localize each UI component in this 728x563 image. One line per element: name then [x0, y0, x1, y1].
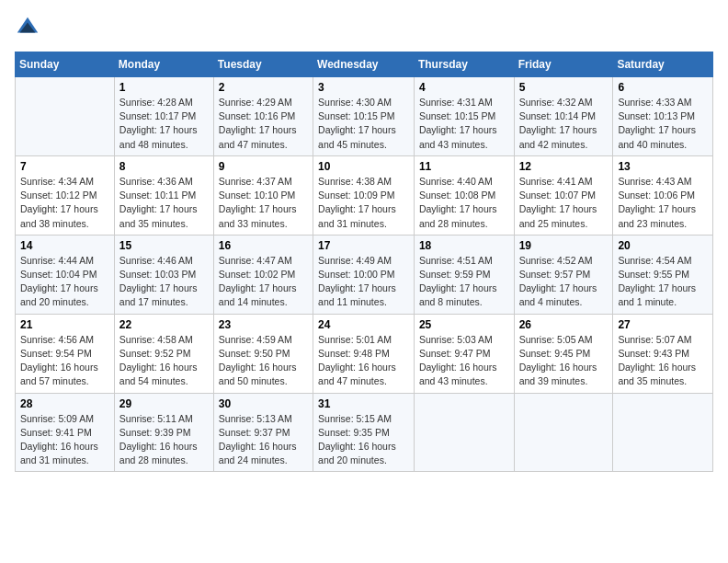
calendar-week-row: 14Sunrise: 4:44 AM Sunset: 10:04 PM Dayl… [16, 235, 713, 314]
weekday-header: Tuesday [213, 52, 313, 77]
calendar-cell: 25Sunrise: 5:03 AM Sunset: 9:47 PM Dayli… [414, 314, 514, 393]
weekday-header: Wednesday [313, 52, 415, 77]
day-number: 16 [219, 239, 308, 252]
day-info: Sunrise: 4:32 AM Sunset: 10:14 PM Daylig… [519, 96, 609, 152]
calendar-cell: 17Sunrise: 4:49 AM Sunset: 10:00 PM Dayl… [313, 235, 415, 314]
calendar-cell: 5Sunrise: 4:32 AM Sunset: 10:14 PM Dayli… [514, 77, 613, 156]
day-number: 7 [20, 160, 109, 173]
day-number: 28 [20, 397, 109, 410]
logo [15, 15, 44, 40]
calendar-cell: 10Sunrise: 4:38 AM Sunset: 10:09 PM Dayl… [313, 155, 415, 235]
calendar-cell: 4Sunrise: 4:31 AM Sunset: 10:15 PM Dayli… [414, 77, 514, 156]
day-info: Sunrise: 4:34 AM Sunset: 10:12 PM Daylig… [20, 175, 109, 231]
day-number: 21 [20, 318, 109, 331]
day-number: 31 [318, 397, 409, 410]
day-info: Sunrise: 4:54 AM Sunset: 9:55 PM Dayligh… [618, 254, 708, 310]
calendar-cell: 8Sunrise: 4:36 AM Sunset: 10:11 PM Dayli… [114, 155, 213, 235]
weekday-header-row: SundayMondayTuesdayWednesdayThursdayFrid… [16, 52, 713, 77]
calendar-cell: 16Sunrise: 4:47 AM Sunset: 10:02 PM Dayl… [213, 235, 313, 314]
day-info: Sunrise: 4:46 AM Sunset: 10:03 PM Daylig… [119, 254, 209, 310]
day-number: 9 [219, 160, 308, 173]
day-number: 27 [618, 318, 708, 331]
calendar-week-row: 28Sunrise: 5:09 AM Sunset: 9:41 PM Dayli… [16, 393, 713, 472]
day-number: 8 [119, 160, 209, 173]
day-info: Sunrise: 5:13 AM Sunset: 9:37 PM Dayligh… [219, 412, 308, 468]
day-number: 15 [119, 239, 209, 252]
calendar-cell: 13Sunrise: 4:43 AM Sunset: 10:06 PM Dayl… [613, 155, 713, 235]
day-info: Sunrise: 4:47 AM Sunset: 10:02 PM Daylig… [219, 254, 308, 310]
calendar-cell: 28Sunrise: 5:09 AM Sunset: 9:41 PM Dayli… [16, 393, 115, 472]
day-number: 26 [519, 318, 609, 331]
calendar-cell: 26Sunrise: 5:05 AM Sunset: 9:45 PM Dayli… [514, 314, 613, 393]
day-info: Sunrise: 4:58 AM Sunset: 9:52 PM Dayligh… [119, 333, 209, 389]
calendar-cell [414, 393, 514, 472]
calendar-cell: 19Sunrise: 4:52 AM Sunset: 9:57 PM Dayli… [514, 235, 613, 314]
day-info: Sunrise: 5:07 AM Sunset: 9:43 PM Dayligh… [618, 333, 708, 389]
day-number: 1 [119, 81, 209, 94]
page-header [15, 15, 713, 40]
day-number: 3 [318, 81, 409, 94]
day-number: 23 [219, 318, 308, 331]
day-info: Sunrise: 4:38 AM Sunset: 10:09 PM Daylig… [318, 175, 409, 231]
day-info: Sunrise: 5:11 AM Sunset: 9:39 PM Dayligh… [119, 412, 209, 468]
day-number: 25 [419, 318, 509, 331]
weekday-header: Thursday [414, 52, 514, 77]
day-info: Sunrise: 4:33 AM Sunset: 10:13 PM Daylig… [618, 96, 708, 152]
calendar-cell: 18Sunrise: 4:51 AM Sunset: 9:59 PM Dayli… [414, 235, 514, 314]
weekday-header: Friday [514, 52, 613, 77]
calendar-table: SundayMondayTuesdayWednesdayThursdayFrid… [15, 52, 713, 472]
weekday-header: Saturday [613, 52, 713, 77]
day-number: 18 [419, 239, 509, 252]
calendar-cell: 14Sunrise: 4:44 AM Sunset: 10:04 PM Dayl… [16, 235, 115, 314]
weekday-header: Sunday [16, 52, 115, 77]
day-info: Sunrise: 4:56 AM Sunset: 9:54 PM Dayligh… [20, 333, 109, 389]
day-number: 19 [519, 239, 609, 252]
day-number: 22 [119, 318, 209, 331]
day-number: 10 [318, 160, 409, 173]
day-number: 6 [618, 81, 708, 94]
day-number: 2 [219, 81, 308, 94]
calendar-cell: 1Sunrise: 4:28 AM Sunset: 10:17 PM Dayli… [114, 77, 213, 156]
day-info: Sunrise: 4:31 AM Sunset: 10:15 PM Daylig… [419, 96, 509, 152]
calendar-cell: 20Sunrise: 4:54 AM Sunset: 9:55 PM Dayli… [613, 235, 713, 314]
day-info: Sunrise: 4:28 AM Sunset: 10:17 PM Daylig… [119, 96, 209, 152]
day-number: 29 [119, 397, 209, 410]
calendar-cell [514, 393, 613, 472]
day-number: 12 [519, 160, 609, 173]
day-number: 11 [419, 160, 509, 173]
day-number: 13 [618, 160, 708, 173]
calendar-cell: 15Sunrise: 4:46 AM Sunset: 10:03 PM Dayl… [114, 235, 213, 314]
day-info: Sunrise: 4:40 AM Sunset: 10:08 PM Daylig… [419, 175, 509, 231]
calendar-cell: 11Sunrise: 4:40 AM Sunset: 10:08 PM Dayl… [414, 155, 514, 235]
calendar-cell: 27Sunrise: 5:07 AM Sunset: 9:43 PM Dayli… [613, 314, 713, 393]
calendar-cell: 3Sunrise: 4:30 AM Sunset: 10:15 PM Dayli… [313, 77, 415, 156]
day-info: Sunrise: 4:59 AM Sunset: 9:50 PM Dayligh… [219, 333, 308, 389]
day-info: Sunrise: 5:01 AM Sunset: 9:48 PM Dayligh… [318, 333, 409, 389]
logo-icon [15, 15, 40, 40]
day-info: Sunrise: 4:29 AM Sunset: 10:16 PM Daylig… [219, 96, 308, 152]
calendar-week-row: 1Sunrise: 4:28 AM Sunset: 10:17 PM Dayli… [16, 77, 713, 156]
calendar-week-row: 7Sunrise: 4:34 AM Sunset: 10:12 PM Dayli… [16, 155, 713, 235]
calendar-cell: 7Sunrise: 4:34 AM Sunset: 10:12 PM Dayli… [16, 155, 115, 235]
day-info: Sunrise: 4:51 AM Sunset: 9:59 PM Dayligh… [419, 254, 509, 310]
day-info: Sunrise: 4:36 AM Sunset: 10:11 PM Daylig… [119, 175, 209, 231]
calendar-cell: 29Sunrise: 5:11 AM Sunset: 9:39 PM Dayli… [114, 393, 213, 472]
day-number: 5 [519, 81, 609, 94]
day-info: Sunrise: 4:43 AM Sunset: 10:06 PM Daylig… [618, 175, 708, 231]
calendar-cell: 12Sunrise: 4:41 AM Sunset: 10:07 PM Dayl… [514, 155, 613, 235]
day-number: 17 [318, 239, 409, 252]
day-info: Sunrise: 4:44 AM Sunset: 10:04 PM Daylig… [20, 254, 109, 310]
calendar-cell: 24Sunrise: 5:01 AM Sunset: 9:48 PM Dayli… [313, 314, 415, 393]
day-info: Sunrise: 4:49 AM Sunset: 10:00 PM Daylig… [318, 254, 409, 310]
calendar-cell: 21Sunrise: 4:56 AM Sunset: 9:54 PM Dayli… [16, 314, 115, 393]
day-number: 24 [318, 318, 409, 331]
weekday-header: Monday [114, 52, 213, 77]
calendar-cell [613, 393, 713, 472]
calendar-cell: 23Sunrise: 4:59 AM Sunset: 9:50 PM Dayli… [213, 314, 313, 393]
calendar-cell [16, 77, 115, 156]
calendar-cell: 2Sunrise: 4:29 AM Sunset: 10:16 PM Dayli… [213, 77, 313, 156]
day-info: Sunrise: 4:52 AM Sunset: 9:57 PM Dayligh… [519, 254, 609, 310]
day-number: 30 [219, 397, 308, 410]
day-info: Sunrise: 5:05 AM Sunset: 9:45 PM Dayligh… [519, 333, 609, 389]
calendar-week-row: 21Sunrise: 4:56 AM Sunset: 9:54 PM Dayli… [16, 314, 713, 393]
